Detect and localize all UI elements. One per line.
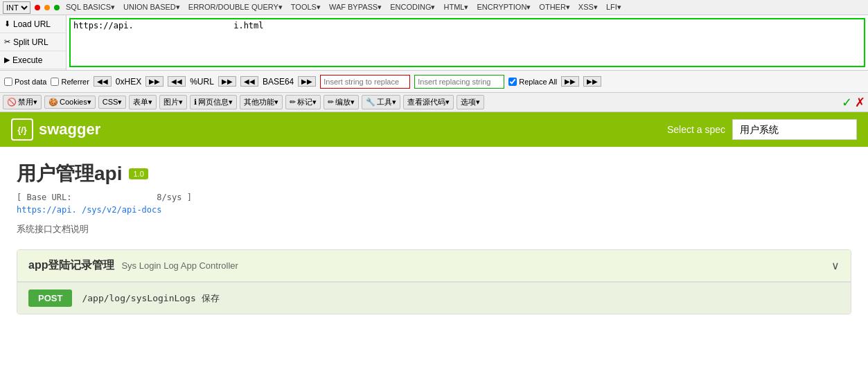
api-section-subtitle: Sys Login Log App Controller	[121, 260, 238, 271]
disable-label: 禁用▾	[18, 97, 37, 107]
post-data-checkbox[interactable]	[4, 78, 12, 86]
referrer-checkbox[interactable]	[51, 78, 59, 86]
hex-right-arrow[interactable]: ▶▶	[145, 76, 163, 87]
spec-select[interactable]: 用户系统	[732, 119, 857, 140]
section-chevron-icon: ∨	[831, 259, 840, 272]
api-section-header[interactable]: app登陆记录管理 Sys Login Log App Controller ∨	[17, 250, 851, 282]
insert-string-to-replace[interactable]	[320, 75, 410, 89]
dot-green	[54, 5, 60, 10]
tools-label: 工具▾	[377, 97, 396, 107]
images-button[interactable]: 图片▾	[159, 95, 187, 109]
menu-waf-bypass[interactable]: WAF BYPASS▾	[327, 3, 384, 12]
close-x-icon[interactable]: ✗	[855, 95, 865, 110]
cookies-label: Cookies▾	[60, 98, 91, 107]
referrer-label: Referrer	[61, 78, 89, 86]
menu-xss[interactable]: XSS▾	[576, 3, 600, 12]
menu-tools[interactable]: TOOLS▾	[289, 3, 323, 12]
css-label: CSS▾	[103, 98, 123, 107]
base-url: [ Base URL: 8/sys ]	[17, 193, 851, 202]
hex-label: 0xHEX	[116, 77, 141, 87]
url-label: %URL	[190, 77, 214, 87]
url-sidebar: ⬇ Load URL ✂ Split URL ▶ Execute	[0, 15, 67, 70]
load-url-icon: ⬇	[4, 19, 10, 28]
menu-error-double[interactable]: ERROR/DOUBLE QUERY▾	[186, 3, 285, 12]
method-badge: POST	[28, 290, 72, 307]
split-url-button[interactable]: ✂ Split URL	[0, 33, 66, 51]
swagger-spec-select: Select a spec 用户系统	[667, 119, 857, 140]
mark-label: 标记▾	[297, 97, 317, 107]
url-textarea[interactable]: https://api. i.html	[69, 18, 865, 67]
post-data-checkbox-label[interactable]: Post data	[4, 78, 46, 86]
execute-icon: ▶	[4, 55, 10, 64]
options-bar: Post data Referrer ◀◀ 0xHEX ▶▶ ◀◀ %URL ▶…	[0, 71, 868, 93]
confirm-check-icon[interactable]: ✓	[842, 95, 852, 110]
api-docs-link[interactable]: https://api. /sys/v2/api-docs	[17, 205, 162, 215]
feat-toolbar-end: ✓ ✗	[842, 95, 865, 110]
page-info-label: 网页信息▾	[198, 97, 233, 107]
url-left-arrow[interactable]: ◀◀	[168, 76, 186, 87]
replace-arrow2[interactable]: ▶▶	[583, 76, 601, 87]
endpoint-path: /app/log/sysLoginLogs	[82, 293, 195, 303]
mark-icon: ✏	[290, 98, 296, 107]
menu-encryption[interactable]: ENCRYPTION▾	[475, 3, 533, 12]
api-title-row: 用户管理api 1.0	[17, 161, 851, 187]
int-select[interactable]: INT	[3, 1, 30, 14]
disable-button[interactable]: 🚫 禁用▾	[3, 95, 42, 109]
cookies-icon: 🍪	[48, 98, 58, 107]
zoom-label: 编放▾	[335, 97, 355, 107]
options-label: 选项▾	[461, 97, 480, 107]
execute-label: Execute	[12, 55, 42, 65]
forms-label: 表单▾	[133, 97, 152, 107]
menu-html[interactable]: HTML▾	[441, 3, 470, 12]
api-section-app-login: app登陆记录管理 Sys Login Log App Controller ∨…	[17, 249, 851, 314]
execute-button[interactable]: ▶ Execute	[0, 51, 66, 69]
replace-arrow[interactable]: ▶▶	[561, 76, 579, 87]
feature-toolbar: 🚫 禁用▾ 🍪 Cookies▾ CSS▾ 表单▾ 图片▾ ℹ 网页信息▾ 其他…	[0, 93, 868, 112]
spec-select-wrapper: 用户系统	[732, 119, 857, 140]
select-a-spec-label: Select a spec	[667, 124, 725, 135]
url-input-area: https://api. i.html	[67, 15, 868, 70]
view-source-label: 查看源代码▾	[407, 97, 450, 107]
zoom-icon: ✏	[328, 98, 334, 107]
images-label: 图片▾	[163, 97, 183, 107]
base64-left-arrow[interactable]: ◀◀	[240, 76, 258, 87]
replace-all-checkbox[interactable]	[508, 78, 517, 86]
endpoint-row[interactable]: POST /app/log/sysLoginLogs 保存	[17, 282, 851, 314]
zoom-button[interactable]: ✏ 编放▾	[324, 95, 359, 109]
tools-button[interactable]: 🔧 工具▾	[362, 95, 400, 109]
mark-button[interactable]: ✏ 标记▾	[285, 95, 321, 109]
css-button[interactable]: CSS▾	[98, 96, 127, 109]
menu-other[interactable]: OTHER▾	[537, 3, 572, 12]
options-button[interactable]: 选项▾	[457, 95, 484, 109]
menu-encoding[interactable]: ENCODING▾	[388, 3, 437, 12]
version-badge: 1.0	[129, 168, 148, 179]
swagger-logo-icon: {/}	[11, 118, 33, 141]
load-url-button[interactable]: ⬇ Load URL	[0, 15, 66, 33]
split-url-icon: ✂	[4, 37, 10, 46]
other-features-button[interactable]: 其他功能▾	[240, 95, 283, 109]
insert-replacing-string[interactable]	[414, 75, 504, 89]
swagger-logo: {/} swagger	[11, 118, 100, 141]
cookies-button[interactable]: 🍪 Cookies▾	[44, 96, 96, 109]
menu-sql-basics[interactable]: SQL BASICS▾	[64, 3, 117, 12]
url-bar-section: ⬇ Load URL ✂ Split URL ▶ Execute https:/…	[0, 15, 868, 71]
swagger-header: {/} swagger Select a spec 用户系统	[0, 112, 868, 147]
base64-right-arrow[interactable]: ▶▶	[298, 76, 316, 87]
swagger-icon-text: {/}	[17, 125, 27, 135]
referrer-checkbox-label[interactable]: Referrer	[51, 78, 89, 86]
replace-all-label[interactable]: Replace All	[508, 78, 557, 86]
api-description: 系统接口文档说明	[17, 223, 851, 235]
menu-lfi[interactable]: LFI▾	[604, 3, 623, 12]
endpoint-description: 保存	[202, 292, 220, 305]
replace-all-text: Replace All	[519, 78, 557, 86]
dot-orange	[44, 5, 50, 10]
api-section-title: app登陆记录管理	[28, 258, 114, 273]
url-right-arrow[interactable]: ▶▶	[218, 76, 236, 87]
view-source-button[interactable]: 查看源代码▾	[403, 95, 454, 109]
page-info-button[interactable]: ℹ 网页信息▾	[190, 95, 237, 109]
top-toolbar: INT SQL BASICS▾ UNION BASED▾ ERROR/DOUBL…	[0, 0, 868, 15]
load-url-label: Load URL	[13, 19, 51, 29]
hex-left-arrow[interactable]: ◀◀	[94, 76, 112, 87]
menu-union-based[interactable]: UNION BASED▾	[121, 3, 182, 12]
forms-button[interactable]: 表单▾	[129, 95, 157, 109]
